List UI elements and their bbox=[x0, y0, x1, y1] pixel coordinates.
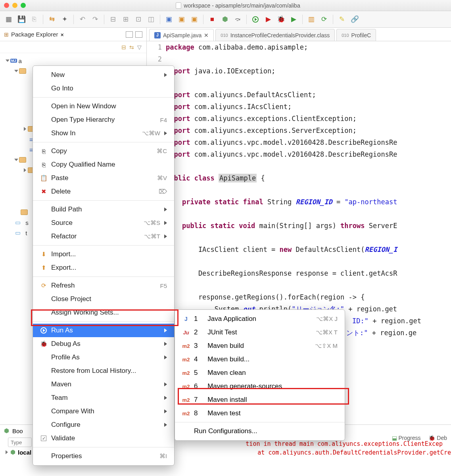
local-node[interactable]: local bbox=[18, 449, 31, 456]
tb-d[interactable]: ◫ bbox=[146, 14, 157, 25]
link-editor-button[interactable]: ⇆ bbox=[129, 44, 134, 50]
wand-button[interactable]: ✦ bbox=[59, 14, 70, 25]
close-window-button[interactable] bbox=[4, 3, 9, 8]
menu-export[interactable]: ⬆Export... bbox=[33, 261, 174, 274]
tb-c[interactable]: ⊡ bbox=[133, 14, 144, 25]
coverage-button[interactable]: ▶ bbox=[263, 14, 274, 25]
tb-a[interactable]: ⊟ bbox=[107, 14, 119, 25]
submenu-arrow-icon bbox=[164, 355, 167, 359]
folder-icon bbox=[21, 209, 28, 215]
tb-highlight[interactable]: ✎ bbox=[336, 14, 347, 25]
save-all-button[interactable]: ⎘ bbox=[29, 14, 40, 25]
submenu-maven-generate[interactable]: m26 Maven generate-sources bbox=[175, 380, 345, 393]
menu-go-into[interactable]: Go Into bbox=[33, 82, 174, 95]
boot-button[interactable]: ⬢ bbox=[219, 14, 230, 25]
minimize-view-button[interactable] bbox=[126, 31, 133, 38]
submenu-maven-build-dots[interactable]: m24 Maven build... bbox=[175, 353, 345, 366]
type-filter-input[interactable] bbox=[8, 438, 32, 447]
menu-configure[interactable]: Configure bbox=[33, 418, 174, 432]
menu-open-window[interactable]: Open in New Window bbox=[33, 100, 174, 113]
menu-refactor[interactable]: Refactor⌥⌘T bbox=[33, 230, 174, 243]
menu-show-in[interactable]: Show In⌥⌘W bbox=[33, 127, 174, 140]
menu-run-as[interactable]: Run As bbox=[33, 324, 174, 337]
play-icon bbox=[252, 16, 259, 23]
window-controls bbox=[4, 3, 26, 8]
export-icon: ⬆ bbox=[40, 264, 47, 271]
tb-b[interactable]: ⊞ bbox=[120, 14, 131, 25]
menu-refresh[interactable]: ⟳RefreshF5 bbox=[33, 279, 174, 292]
menu-import[interactable]: ⬇Import... bbox=[33, 248, 174, 261]
switch-button[interactable]: ⇆ bbox=[46, 14, 58, 25]
menu-source[interactable]: Source⌥⌘S bbox=[33, 216, 174, 230]
run-button[interactable] bbox=[250, 14, 261, 25]
maven-icon: m2 bbox=[182, 357, 190, 363]
menu-properties[interactable]: Properties⌘I bbox=[33, 449, 174, 463]
menu-open-hierarchy[interactable]: Open Type HierarchyF4 bbox=[33, 113, 174, 127]
menu-compare[interactable]: Compare With bbox=[33, 405, 174, 418]
submenu-maven-build[interactable]: m23 Maven build⌥⇧X M bbox=[175, 339, 345, 353]
tb-pkg-b[interactable]: ▣ bbox=[176, 14, 187, 25]
ext-tools-button[interactable]: ▶ bbox=[288, 14, 299, 25]
submenu-arrow-icon bbox=[164, 328, 167, 332]
maven-icon: m2 bbox=[182, 370, 190, 376]
stop-button[interactable]: ■ bbox=[207, 14, 218, 25]
refresh-button[interactable]: ⟳ bbox=[319, 14, 330, 25]
run-as-submenu: J1 Java Application⌥⌘X J Ju2 JUnit Test⌥… bbox=[175, 309, 345, 441]
boot-tab-label[interactable]: Boo bbox=[12, 428, 23, 434]
code-body[interactable]: package com.alibaba.demo.apisample; impo… bbox=[166, 41, 451, 339]
menu-debug-as[interactable]: 🐞Debug As bbox=[33, 337, 174, 351]
submenu-maven-test[interactable]: m28 Maven test bbox=[175, 407, 345, 420]
submenu-maven-install[interactable]: m27 Maven install bbox=[175, 393, 345, 407]
close-view-button[interactable]: ✕ bbox=[60, 31, 63, 38]
menu-team[interactable]: Team bbox=[33, 391, 174, 405]
menu-profile-as[interactable]: Profile As bbox=[33, 351, 174, 364]
skip-button[interactable]: ⤼ bbox=[232, 14, 243, 25]
menu-paste[interactable]: 📋Paste⌘V bbox=[33, 171, 174, 185]
submenu-arrow-icon bbox=[164, 207, 167, 211]
menu-validate[interactable]: ✓Validate bbox=[33, 432, 174, 445]
menu-copy-qualified[interactable]: ⎘Copy Qualified Name bbox=[33, 158, 174, 171]
folder-icon bbox=[19, 157, 26, 163]
maven-icon: m2 bbox=[182, 384, 190, 390]
import-icon: ⬇ bbox=[40, 251, 47, 258]
view-menu-button[interactable]: ▽ bbox=[137, 44, 142, 50]
minimize-window-button[interactable] bbox=[12, 3, 17, 8]
maximize-window-button[interactable] bbox=[21, 3, 26, 8]
menu-assign-ws[interactable]: Assign Working Sets... bbox=[33, 306, 174, 319]
close-tab-icon[interactable]: ✕ bbox=[204, 32, 209, 38]
submenu-junit-test[interactable]: Ju2 JUnit Test⌥⌘X T bbox=[175, 326, 345, 339]
menu-close-project[interactable]: Close Project bbox=[33, 292, 174, 306]
copy-icon: ⎘ bbox=[40, 148, 47, 155]
debug-button[interactable]: 🐞 bbox=[275, 14, 286, 25]
tb-link[interactable]: 🔗 bbox=[349, 14, 360, 25]
tb-pkg-c[interactable]: ▣ bbox=[189, 14, 200, 25]
java-file-icon: J bbox=[154, 32, 161, 38]
undo-button[interactable]: ↶ bbox=[77, 14, 88, 25]
redo-button[interactable]: ↷ bbox=[90, 14, 101, 25]
collapse-all-button[interactable]: ⊟ bbox=[121, 44, 126, 50]
menu-build-path[interactable]: Build Path bbox=[33, 203, 174, 216]
class-file-icon: 010 bbox=[221, 33, 228, 38]
menu-copy[interactable]: ⎘Copy⌘C bbox=[33, 144, 174, 158]
menu-delete[interactable]: ✖Delete⌦ bbox=[33, 185, 174, 198]
menu-restore[interactable]: Restore from Local History... bbox=[33, 364, 174, 378]
tab-apisample[interactable]: JApiSample.java✕ bbox=[149, 29, 214, 41]
tb-box[interactable]: ▥ bbox=[306, 14, 317, 25]
save-button[interactable]: 💾 bbox=[16, 14, 27, 25]
menu-maven[interactable]: Maven bbox=[33, 378, 174, 391]
submenu-arrow-icon bbox=[164, 423, 167, 427]
submenu-maven-clean[interactable]: m25 Maven clean bbox=[175, 366, 345, 380]
folder-icon bbox=[19, 68, 26, 74]
menu-new[interactable]: New bbox=[33, 68, 174, 82]
tab-instanceprofile[interactable]: 010InstanceProfileCredentialsProvider.cl… bbox=[215, 29, 335, 41]
delete-key-icon: ⌦ bbox=[159, 188, 167, 195]
maximize-view-button[interactable] bbox=[135, 31, 142, 38]
tab-profilec[interactable]: 010ProfileC bbox=[336, 29, 376, 41]
context-menu: New Go Into Open in New Window Open Type… bbox=[33, 65, 175, 466]
submenu-java-application[interactable]: J1 Java Application⌥⌘X J bbox=[175, 312, 345, 326]
submenu-run-configurations[interactable]: Run Configurations... bbox=[175, 424, 345, 438]
paste-icon: 📋 bbox=[40, 175, 47, 182]
new-button[interactable]: ▦ bbox=[3, 14, 14, 25]
tb-pkg-a[interactable]: ▣ bbox=[163, 14, 175, 25]
spring-icon: ⬢ bbox=[10, 449, 15, 456]
